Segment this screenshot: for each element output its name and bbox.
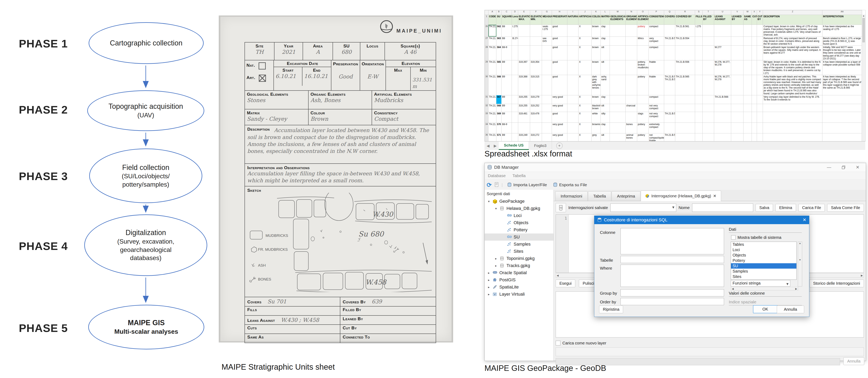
load-layer-checkbox[interactable] bbox=[556, 341, 560, 345]
tree-item-sites[interactable]: Sites bbox=[485, 248, 554, 255]
annulla-button[interactable]: Annulla bbox=[777, 306, 804, 313]
cell[interactable]: B8 bbox=[501, 112, 512, 122]
cell[interactable]: brown bbox=[592, 95, 601, 104]
cell[interactable]: brown bbox=[592, 36, 601, 46]
saved-queries-select[interactable] bbox=[610, 203, 676, 212]
tree-item-pottery[interactable]: Pottery bbox=[485, 226, 554, 233]
list-vscrollbar[interactable]: ▲▼ bbox=[798, 242, 802, 287]
cell[interactable]: B9 bbox=[501, 133, 512, 141]
tab-informazioni[interactable]: Informazioni bbox=[555, 192, 588, 201]
cell[interactable] bbox=[512, 112, 518, 122]
cell[interactable] bbox=[743, 25, 752, 37]
cell[interactable]: 562 bbox=[496, 25, 501, 37]
cell[interactable]: very good bbox=[552, 133, 567, 141]
cell[interactable] bbox=[626, 75, 637, 95]
cell[interactable]: B8-9 bbox=[501, 46, 512, 60]
cell[interactable] bbox=[610, 122, 626, 133]
cell[interactable]: charcoal bbox=[626, 104, 637, 112]
ripristina-button[interactable]: Ripristina bbox=[599, 306, 623, 313]
elimina-button[interactable]: Elimina bbox=[775, 204, 796, 212]
cell[interactable]: X bbox=[579, 75, 592, 95]
column-header[interactable]: PRESERVATION bbox=[552, 15, 567, 25]
cell[interactable]: extremely compact bbox=[649, 122, 664, 133]
cell[interactable] bbox=[731, 122, 743, 133]
column-header[interactable]: ARTIFICIAL bbox=[579, 15, 592, 25]
column-letter[interactable]: AA bbox=[823, 10, 862, 15]
cell[interactable]: W.277 bbox=[714, 46, 731, 60]
add-sheet-icon[interactable]: + bbox=[556, 143, 563, 149]
list-item-su[interactable]: SU bbox=[731, 263, 797, 269]
column-header[interactable]: CONSISTENCY bbox=[649, 15, 664, 25]
cell[interactable] bbox=[731, 133, 743, 141]
cell[interactable] bbox=[714, 133, 731, 141]
column-letter[interactable]: T bbox=[703, 10, 714, 15]
cell[interactable] bbox=[542, 46, 552, 60]
cell[interactable] bbox=[530, 25, 542, 37]
cell[interactable]: X bbox=[579, 36, 592, 46]
column-header[interactable]: GEOLOGICAL ELEMENTS bbox=[610, 15, 626, 25]
cell[interactable]: 568 bbox=[496, 104, 501, 112]
cell[interactable]: pottery bbox=[637, 25, 649, 37]
cell[interactable] bbox=[743, 60, 752, 75]
cell[interactable]: good bbox=[552, 60, 567, 75]
tree-item-layer-virtuali[interactable]: ▸ Layer Virtuali bbox=[485, 291, 554, 298]
cell[interactable] bbox=[567, 75, 579, 95]
expander-icon[interactable]: ▸ bbox=[487, 271, 491, 275]
sheet-tab-schede-us[interactable]: Schede US bbox=[499, 142, 529, 150]
cell[interactable]: TH.21.B.568: bbox=[714, 95, 731, 104]
cell[interactable] bbox=[731, 112, 743, 122]
cell[interactable] bbox=[567, 122, 579, 133]
cell[interactable] bbox=[610, 104, 626, 112]
tree-item-toponimi-gpkg[interactable]: ▸ Toponimi.gpkg bbox=[485, 255, 554, 262]
column-letter[interactable]: O bbox=[637, 10, 649, 15]
cell[interactable]: X bbox=[579, 112, 592, 122]
cell[interactable] bbox=[675, 46, 695, 60]
cell[interactable]: brownish bbox=[592, 122, 601, 133]
cell[interactable] bbox=[518, 25, 530, 37]
cell[interactable] bbox=[714, 36, 731, 46]
cell[interactable]: TH.21.B.565 bbox=[675, 75, 695, 95]
cell[interactable] bbox=[695, 133, 703, 141]
cell[interactable]: brown bbox=[592, 46, 601, 60]
cell[interactable] bbox=[542, 60, 552, 75]
cell[interactable] bbox=[626, 60, 637, 75]
cell[interactable] bbox=[703, 60, 714, 75]
cell[interactable] bbox=[675, 133, 695, 141]
cell[interactable]: TH.21.B.556 bbox=[675, 60, 695, 75]
ok-button[interactable]: OK bbox=[753, 305, 778, 313]
tree-item-geopackage[interactable]: ▾ GeoPackage bbox=[485, 198, 554, 205]
cell[interactable] bbox=[610, 25, 626, 37]
cell[interactable]: 319,481 bbox=[518, 112, 530, 122]
db-manager-titlebar[interactable]: DB Manager — ✕ bbox=[485, 163, 866, 172]
cell[interactable]: compact bbox=[649, 46, 664, 60]
column-header[interactable]: MEASURES bbox=[542, 15, 552, 25]
cell[interactable]: TH.21.B.561 bbox=[675, 25, 695, 37]
column-letter[interactable]: Z bbox=[763, 10, 823, 15]
cell[interactable]: seals I.275 bbox=[542, 25, 552, 37]
cell[interactable] bbox=[743, 36, 752, 46]
row-number[interactable]: 31 bbox=[485, 95, 489, 104]
cell[interactable]: clay bbox=[601, 25, 610, 37]
carica-file-button[interactable]: Carica File bbox=[798, 204, 825, 212]
cell[interactable] bbox=[695, 60, 703, 75]
cell[interactable]: pottery bbox=[637, 122, 649, 133]
cell[interactable] bbox=[567, 60, 579, 75]
cell[interactable] bbox=[757, 112, 763, 122]
column-letter[interactable]: X bbox=[752, 10, 757, 15]
list-hscrollbar[interactable]: ◀▶ bbox=[731, 287, 798, 290]
cell[interactable] bbox=[512, 122, 518, 133]
cell[interactable] bbox=[567, 36, 579, 46]
cell[interactable] bbox=[695, 122, 703, 133]
cell[interactable] bbox=[530, 46, 542, 60]
cell[interactable]: I.275 bbox=[512, 25, 518, 37]
cell[interactable] bbox=[610, 133, 626, 141]
cell[interactable] bbox=[752, 25, 757, 37]
list-item-loci[interactable]: Loci bbox=[731, 247, 797, 253]
column-letter[interactable]: C bbox=[501, 10, 512, 15]
cell[interactable]: silty bbox=[601, 112, 610, 122]
tree-item-samples[interactable]: Samples bbox=[485, 241, 554, 248]
column-header[interactable]: CUT BY bbox=[757, 15, 763, 25]
cell[interactable] bbox=[626, 112, 637, 122]
column-letter[interactable]: D bbox=[512, 10, 518, 15]
column-header[interactable]: SU bbox=[496, 15, 501, 25]
